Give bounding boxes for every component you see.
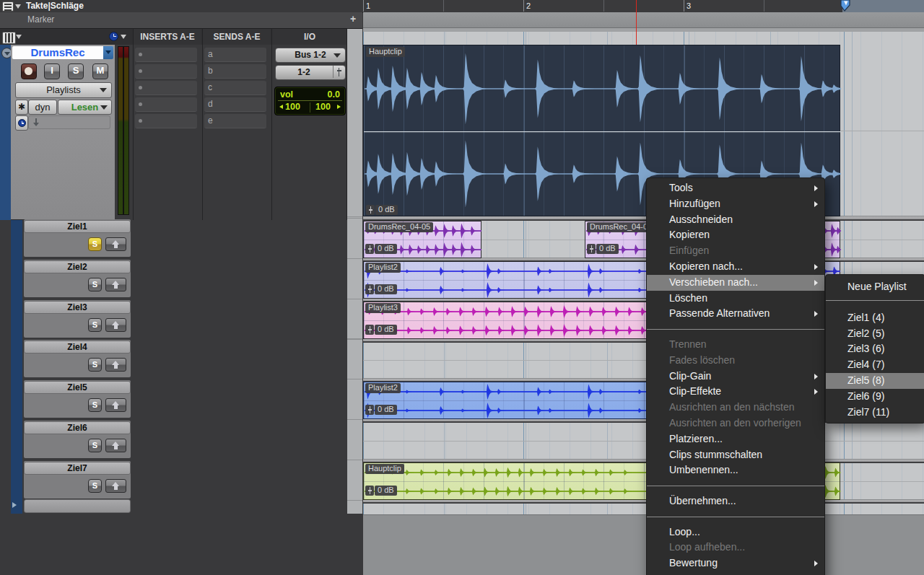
timebase-dropdown-icon[interactable] (121, 35, 126, 39)
menu-item-ziel6-9-[interactable]: Ziel6 (9) (826, 389, 924, 405)
menu-item--bernehmen-[interactable]: Übernehmen... (647, 493, 824, 509)
menu-item-ausschneiden[interactable]: Ausschneiden (647, 212, 824, 228)
lane-solo-button[interactable]: S (88, 237, 102, 251)
lane-promote-button[interactable] (105, 278, 126, 291)
menu-item-ziel7-11-[interactable]: Ziel7 (11) (826, 405, 924, 421)
lane-name[interactable]: Ziel5 (24, 381, 131, 394)
menu-item-clip-gain[interactable]: Clip-Gain (647, 369, 824, 385)
timeline-marker-flag-icon[interactable] (840, 0, 852, 12)
send-slot[interactable]: d (204, 97, 266, 112)
menu-item-ziel2-5-[interactable]: Ziel2 (5) (826, 326, 924, 342)
dyn-button[interactable]: dyn (28, 100, 57, 115)
menu-item-verschieben-nach-[interactable]: Verschieben nach... (647, 275, 824, 291)
ruler-list-icon[interactable] (2, 1, 14, 12)
lane-promote-button[interactable] (105, 358, 126, 372)
lane-promote-button[interactable] (105, 439, 126, 452)
automation-star-button[interactable]: ✱ (15, 100, 28, 115)
lane-name[interactable]: Ziel7 (24, 462, 131, 475)
clip-gain-badge[interactable]: 0 dB (366, 205, 398, 215)
menu-item-passende-alternativen[interactable]: Passende Alternativen (647, 306, 824, 322)
output-selector[interactable]: Bus 1-2 (275, 48, 346, 63)
lane-promote-button[interactable] (105, 237, 126, 251)
track-list-icon[interactable] (2, 32, 16, 44)
lane-solo-button[interactable]: S (88, 278, 102, 291)
menu-item-ziel4-7-[interactable]: Ziel4 (7) (826, 357, 924, 373)
bars-ruler-timeline[interactable]: 123 (363, 0, 924, 12)
menu-item-ziel5-8-[interactable]: Ziel5 (8) (826, 373, 924, 389)
menu-item-loop-[interactable]: Loop... (647, 524, 824, 540)
send-slot[interactable]: e (204, 113, 266, 128)
sends-column-header[interactable]: SENDS A-E (203, 29, 271, 45)
lane-scroll-arrow-icon[interactable] (12, 502, 17, 508)
menu-item-bewertung[interactable]: Bewertung (647, 556, 824, 571)
clip-gain-badge[interactable]: 0 dB (365, 325, 397, 335)
clip-gain-badge[interactable]: 0 dB (365, 244, 397, 254)
send-slot[interactable]: b (204, 63, 266, 79)
lane-name[interactable]: Ziel3 (24, 301, 131, 314)
marker-ruler-row[interactable]: Marker + (0, 12, 362, 29)
input-monitor-button[interactable]: I (44, 63, 60, 79)
menu-item-ziel1-4-[interactable]: Ziel1 (4) (826, 310, 924, 326)
insert-slot[interactable] (135, 97, 197, 112)
track-height-area[interactable] (28, 115, 110, 129)
solo-button[interactable]: S (68, 63, 84, 79)
lane-solo-button[interactable]: S (88, 318, 102, 332)
playlists-selector[interactable]: Playlists (15, 82, 112, 98)
lane-clip-DrumsRec_04-05[interactable]: DrumsRec_04-050 dB (363, 221, 481, 258)
clip-gain-badge[interactable]: 0 dB (365, 405, 397, 415)
lane-promote-button[interactable] (105, 318, 126, 332)
inserts-column-header[interactable]: INSERTS A-E (134, 29, 201, 45)
record-enable-button[interactable] (21, 63, 37, 79)
menu-item-tools[interactable]: Tools (647, 180, 824, 196)
clip-gain-badge[interactable]: 0 dB (365, 486, 397, 496)
insert-slot[interactable] (135, 113, 197, 128)
menu-item-kopieren[interactable]: Kopieren (647, 227, 824, 243)
add-marker-button[interactable]: + (350, 13, 356, 25)
lane-solo-button[interactable]: S (88, 398, 102, 412)
marker-ruler-timeline[interactable] (363, 12, 924, 28)
lane-solo-button[interactable]: S (88, 479, 102, 493)
mute-button[interactable]: M (92, 63, 108, 79)
timebase-clock-icon[interactable] (109, 32, 118, 41)
clip-gain-badge[interactable]: 0 dB (587, 244, 619, 254)
lane-solo-button[interactable]: S (88, 358, 102, 372)
lane-name[interactable]: Ziel4 (24, 341, 131, 354)
input-selector[interactable]: 1-2 (275, 65, 346, 80)
input-selector-divider (333, 66, 334, 78)
menu-item-clip-effekte[interactable]: Clip-Effekte (647, 384, 824, 400)
io-column-header[interactable]: I/O (272, 29, 347, 45)
lane-promote-button[interactable] (105, 479, 126, 493)
lane-solo-button[interactable]: S (88, 439, 102, 452)
menu-item-kopieren-nach-[interactable]: Kopieren nach... (647, 259, 824, 275)
lane-name[interactable]: Ziel1 (24, 220, 131, 233)
clip-gain-value: 0 dB (375, 205, 398, 215)
menu-item-l-schen[interactable]: Löschen (647, 291, 824, 307)
lanes-color-strip (11, 218, 22, 514)
insert-slot[interactable] (135, 47, 197, 62)
bars-beats-ruler-row[interactable]: Takte|Schläge 123 (0, 0, 924, 13)
menu-item-hinzuf-gen[interactable]: Hinzufügen (647, 196, 824, 212)
menu-item-platzieren-[interactable]: Platzieren... (647, 431, 824, 447)
send-slot[interactable]: c (204, 80, 266, 95)
lane-name[interactable]: Ziel6 (24, 421, 131, 434)
menu-item-neue-playlist[interactable]: Neue Playlist (826, 279, 924, 295)
track-list-dropdown-icon[interactable] (16, 35, 22, 39)
insert-slot[interactable] (135, 63, 197, 79)
menu-item-clips-stummschalten[interactable]: Clips stummschalten (647, 447, 824, 463)
track-resize-column[interactable] (347, 29, 362, 514)
volume-pan-display[interactable]: vol 0.0 100 100 (274, 87, 346, 115)
empty-lane-bar[interactable] (24, 499, 131, 513)
edit-canvas[interactable]: Hauptclip0 dBDrumsRec_04-050 dBDrumsRec_… (363, 29, 924, 514)
menu-item-ziel3-6-[interactable]: Ziel3 (6) (826, 341, 924, 357)
insert-slot[interactable] (135, 80, 197, 95)
track-name-field[interactable]: DrumsRec (12, 46, 103, 59)
track-name-dropdown-button[interactable] (103, 46, 113, 59)
automation-mode-selector[interactable]: Lesen (58, 100, 112, 115)
lane-name[interactable]: Ziel2 (24, 260, 131, 273)
ruler-dropdown-icon[interactable] (15, 4, 21, 9)
lane-promote-button[interactable] (105, 398, 126, 412)
timebase-selector-button[interactable] (15, 115, 28, 131)
menu-item-umbenennen-[interactable]: Umbenennen... (647, 462, 824, 478)
clip-gain-badge[interactable]: 0 dB (365, 284, 397, 294)
send-slot[interactable]: a (204, 47, 266, 62)
